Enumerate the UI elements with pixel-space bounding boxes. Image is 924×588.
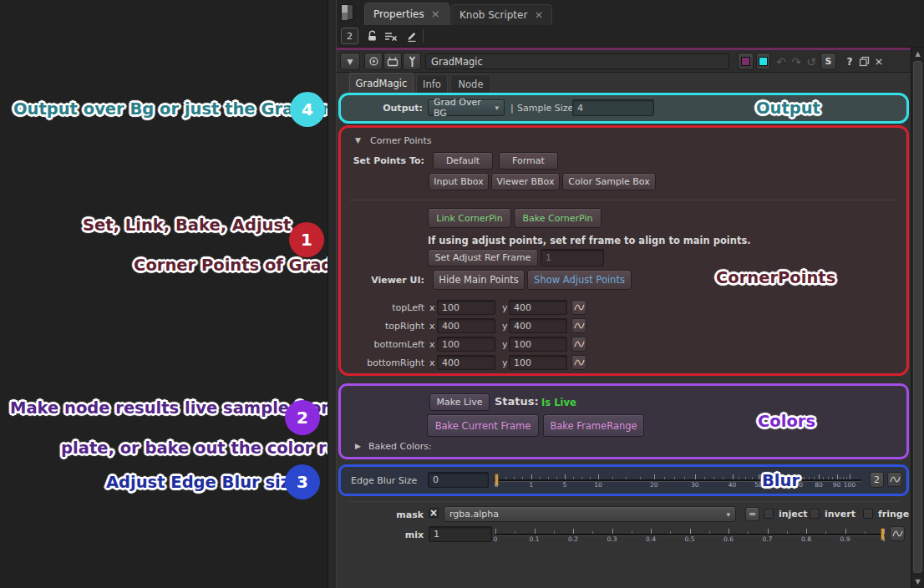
clear-panels-icon[interactable] — [383, 28, 399, 43]
undo-icon[interactable]: ↶ — [774, 53, 789, 70]
center-node-button[interactable] — [364, 53, 383, 70]
point-y-field[interactable]: 100 — [509, 355, 567, 370]
animation-curve-icon[interactable] — [890, 526, 905, 541]
point-x-field[interactable]: 100 — [437, 337, 495, 352]
collapse-triangle-icon[interactable]: ▼ — [355, 136, 361, 144]
slider-minor-tick — [752, 477, 753, 479]
point-x-field[interactable]: 400 — [437, 318, 495, 333]
animation-curve-icon[interactable] — [571, 337, 586, 352]
make-live-button[interactable]: Make Live — [429, 393, 490, 411]
slider-tick — [598, 474, 599, 479]
set-adjust-ref-frame-button[interactable]: Set Adjust Ref Frame — [428, 249, 538, 266]
ref-frame-field[interactable]: 1 — [541, 249, 604, 266]
point-x-field[interactable]: 100 — [437, 300, 495, 315]
scroll-down-icon[interactable]: ▼ — [911, 575, 924, 588]
link-cornerpin-button[interactable]: Link CornerPin — [428, 208, 511, 228]
wrench-icon[interactable] — [403, 53, 421, 70]
slider-tick — [729, 529, 729, 534]
bake-current-frame-button[interactable]: Bake Current Frame — [427, 414, 539, 437]
pane-tabbar: Properties × Knob Scripter × — [337, 0, 924, 25]
tab-gradmagic[interactable]: GradMagic — [349, 73, 414, 93]
default-button[interactable]: Default — [433, 152, 493, 170]
invert-checkbox[interactable] — [810, 509, 820, 519]
blur-spin-button[interactable]: 2 — [870, 472, 884, 488]
color-sample-box-button[interactable]: Color Sample Box — [562, 173, 656, 190]
scroll-up-icon[interactable]: ▲ — [911, 48, 924, 60]
annotation-line: Adjust Edge Blur size — [106, 473, 301, 492]
slider-tick — [695, 474, 696, 479]
sample-size-field[interactable]: 4 — [572, 99, 654, 116]
tab-properties[interactable]: Properties × — [364, 3, 449, 25]
slider-tick-label: 80 — [815, 481, 823, 489]
point-y-field[interactable]: 400 — [509, 300, 567, 315]
slider-tick-label: 0.5 — [685, 535, 695, 543]
hide-main-points-button[interactable]: Hide Main Points — [433, 270, 525, 290]
format-button[interactable]: Format — [499, 152, 558, 170]
tab-info[interactable]: Info — [416, 74, 448, 93]
tab-node[interactable]: Node — [450, 74, 491, 93]
close-icon[interactable]: × — [431, 10, 440, 18]
baked-colors-label[interactable]: Baked Colors: — [368, 441, 432, 452]
inject-checkbox[interactable] — [764, 509, 774, 519]
edit-pencil-icon[interactable] — [404, 28, 420, 43]
panel-color-swatch[interactable] — [756, 53, 770, 70]
pane-divider[interactable] — [327, 0, 337, 588]
slider-minor-tick — [581, 477, 582, 479]
slider-minor-tick — [632, 531, 632, 534]
node-menu-button[interactable]: ▼ — [340, 53, 360, 70]
fringe-checkbox[interactable] — [863, 509, 873, 519]
animation-curve-icon[interactable] — [887, 472, 902, 487]
annotation-cornerpoints-tag: CornerPoints — [716, 268, 835, 288]
show-adjust-points-button[interactable]: Show Adjust Points — [527, 270, 632, 290]
lock-icon[interactable] — [363, 28, 380, 43]
tab-knob-scripter[interactable]: Knob Scripter × — [450, 4, 552, 25]
bake-framerange-button[interactable]: Bake FrameRange — [543, 414, 644, 437]
max-panels-field[interactable]: 2 — [341, 28, 358, 44]
float-window-icon[interactable] — [857, 53, 871, 70]
postage-stamp-icon[interactable] — [383, 53, 402, 70]
mask-equals-button[interactable]: = — [745, 507, 759, 521]
set-points-label: Set Points To: — [341, 155, 424, 166]
slider-minor-tick — [540, 477, 541, 479]
mask-channel-checkbox[interactable]: × — [429, 508, 439, 518]
script-button[interactable]: S — [820, 53, 836, 70]
node-name-field[interactable]: GradMagic — [425, 53, 729, 69]
corner-points-section: ▼ Corner Points Set Points To: Default F… — [338, 125, 909, 376]
point-y-field[interactable]: 100 — [509, 337, 567, 352]
help-button[interactable]: ? — [843, 53, 856, 70]
close-icon[interactable]: × — [534, 11, 543, 19]
close-panel-icon[interactable]: × — [872, 53, 886, 70]
slider-tick-label: 0.9 — [840, 535, 850, 543]
slider-tick-label: 0.3 — [607, 535, 617, 543]
output-dropdown[interactable]: Grad Over BG ▾ — [428, 99, 505, 116]
slider-minor-tick — [843, 477, 844, 479]
annotation-circle-2: 2 — [285, 400, 320, 435]
pane-menu-icon[interactable] — [341, 4, 353, 20]
slider-tick — [819, 474, 820, 479]
edge-blur-size-field[interactable]: 0 — [428, 472, 489, 488]
group-label[interactable]: Corner Points — [370, 135, 432, 146]
mix-field[interactable]: 1 — [429, 526, 492, 542]
bake-cornerpin-button[interactable]: Bake CornerPin — [514, 208, 602, 228]
panel-scrollbar[interactable]: ▲ ▼ — [911, 48, 924, 588]
annotation-colors-text: Make node results live sample from plate… — [10, 398, 382, 459]
status-value: Is Live — [541, 397, 576, 408]
point-x-field[interactable]: 400 — [437, 355, 495, 370]
point-y-field[interactable]: 400 — [509, 318, 567, 333]
input-bbox-button[interactable]: Input Bbox — [429, 173, 489, 190]
annotation-circle-4: 4 — [290, 92, 325, 127]
animation-curve-icon[interactable] — [571, 300, 586, 315]
edge-blur-slider[interactable]: 015102030405060708090100 — [494, 471, 861, 489]
mix-slider[interactable]: 00.10.20.30.40.50.60.70.80.91 — [495, 525, 884, 544]
annotation-blur-text: Adjust Edge Blur size — [106, 473, 301, 493]
mask-channel-dropdown[interactable]: rgba.alpha ▾ — [444, 506, 736, 522]
revert-icon[interactable]: ↺ — [804, 53, 819, 70]
node-color-swatch[interactable] — [738, 53, 754, 70]
redo-icon[interactable]: ↷ — [789, 53, 804, 70]
animation-curve-icon[interactable] — [571, 355, 586, 370]
viewer-bbox-button[interactable]: Viewer BBox — [491, 173, 560, 190]
collapsed-triangle-icon[interactable]: ▶ — [355, 442, 361, 450]
slider-minor-tick — [823, 477, 824, 479]
scrollbar-thumb[interactable] — [913, 61, 922, 573]
animation-curve-icon[interactable] — [571, 318, 586, 333]
